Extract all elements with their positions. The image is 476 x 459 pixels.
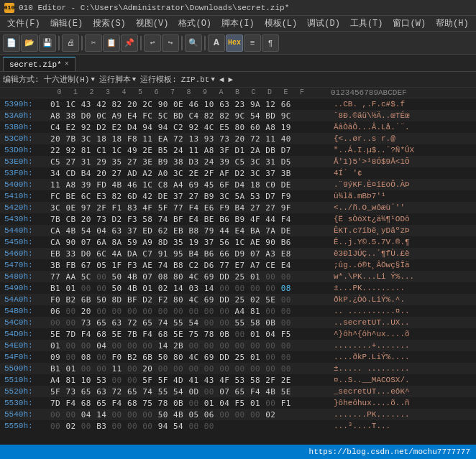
table-row[interactable]: 5500h: B1 01 00 00 11 00 20 00 00 00 00 …: [0, 363, 476, 374]
table-row[interactable]: 5450h: CA 90 07 6A 8A 59 A9 8D 35 19 37 …: [0, 236, 476, 248]
table-row[interactable]: 5430h: 7B CB 20 73 D2 F3 58 74 BF E4 BE …: [0, 213, 476, 225]
hex-byte: 73: [81, 318, 96, 328]
hex-byte: DB: [265, 146, 280, 155]
menu-item-e[interactable]: 编辑(E): [46, 17, 88, 30]
table-row[interactable]: 5460h: EB 33 D0 6C 4A DA C7 91 95 B4 B6 …: [0, 248, 476, 259]
tab-close-button[interactable]: ×: [65, 60, 69, 68]
row-hex-values: A4 81 10 53 00 00 5F 5F 4D 41 43 4F 53 5…: [50, 376, 331, 385]
table-row[interactable]: 54F0h: 09 00 08 00 F0 B2 6B 50 80 4C 69 …: [0, 351, 476, 363]
hex-byte: B9: [204, 192, 219, 201]
table-row[interactable]: 5390h: 01 1C 43 42 82 20 2C 90 0E 46 10 …: [0, 98, 476, 110]
hex-byte: B1: [50, 364, 65, 374]
hex-byte: 00: [50, 422, 65, 431]
hex-byte: 4C: [188, 272, 203, 282]
table-row[interactable]: 5410h: FC BE 6C E3 82 6D 42 DE 37 27 B9 …: [0, 190, 476, 202]
copy-button[interactable]: 📋: [103, 34, 120, 52]
menu-item-l[interactable]: 模板(L): [260, 17, 302, 30]
table-row[interactable]: 53A0h: A8 38 D0 0C A9 E4 FC 5C BD C4 82 …: [0, 110, 476, 121]
template-next-button[interactable]: ▶: [228, 75, 233, 84]
save-button[interactable]: 💾: [39, 34, 56, 52]
window-title: 010 Editor - C:\Users\Administrator\Down…: [19, 4, 289, 12]
table-row[interactable]: 5440h: CA 4B 54 04 63 37 ED 62 EB B8 79 …: [0, 225, 476, 236]
menu-item-f[interactable]: 文件(F): [3, 17, 45, 30]
hex-byte: 00: [81, 341, 96, 351]
table-row[interactable]: 54E0h: 01 00 00 04 00 00 00 14 2B 00 00 …: [0, 340, 476, 351]
menu-item-v[interactable]: 视图(V): [132, 17, 173, 30]
table-row[interactable]: 53D0h: 22 92 81 C1 1C 49 2E B5 24 11 A8 …: [0, 144, 476, 156]
menu-item-d[interactable]: 调试(D): [303, 17, 344, 30]
cut-button[interactable]: ✂: [85, 34, 102, 52]
print-button[interactable]: 🖨: [62, 34, 79, 52]
hex-byte: 0C: [96, 111, 111, 121]
hex-byte: 00: [65, 318, 81, 328]
hex-byte: EB: [173, 226, 188, 236]
hex-byte: 00: [96, 364, 111, 374]
table-row[interactable]: 5490h: B1 01 00 00 50 4B 01 02 14 03 14 …: [0, 282, 476, 294]
hex-byte: 05: [96, 261, 111, 270]
table-row[interactable]: 53F0h: 34 CD B4 20 27 AD A2 A0 3C 2E 2F …: [0, 167, 476, 179]
open-button[interactable]: 📂: [21, 34, 38, 52]
row-hex-values: B1 01 00 00 50 4B 01 02 14 03 14 00 00 0…: [50, 284, 331, 293]
undo-button[interactable]: ↩: [144, 34, 161, 52]
table-row[interactable]: 53B0h: C4 E2 92 D2 E2 D4 94 94 C2 92 4C …: [0, 121, 476, 133]
template-prev-button[interactable]: ◀: [219, 75, 224, 84]
redo-button[interactable]: ↪: [162, 34, 179, 52]
format-dropdown[interactable]: 十六进制(H) ▼: [44, 74, 95, 85]
table-row[interactable]: 5540h: 00 00 04 14 00 00 00 50 4B 05 06 …: [0, 409, 476, 420]
table-row[interactable]: 54C0h: 00 00 73 65 63 72 65 74 55 54 00 …: [0, 317, 476, 328]
hex-byte: F9: [219, 203, 234, 213]
toolbar-separator-5: [204, 36, 206, 50]
table-row[interactable]: 54B0h: 06 00 20 00 00 00 00 00 00 00 00 …: [0, 305, 476, 317]
table-row[interactable]: 5400h: 11 A8 39 FD 4B 46 1C C8 A4 69 45 …: [0, 179, 476, 190]
menu-item-i[interactable]: 脚本(I): [217, 17, 259, 30]
hex-byte: 9C: [281, 111, 291, 121]
menu-item-w[interactable]: 窗口(W): [388, 17, 430, 30]
app-icon: 010: [4, 3, 14, 13]
hex-byte: 3E: [142, 157, 157, 167]
menu-item-h[interactable]: 帮助(H): [431, 17, 473, 30]
row-ascii-values: Å'1)5'>¹8Ó$9Å<1Õ: [331, 157, 476, 166]
table-row[interactable]: 5550h: 00 02 00 B3 00 00 00 94 54 00 00 …: [0, 420, 476, 432]
table-row[interactable]: 54D0h: 5E 7D F4 68 5E 7B F4 68 5E 75 78 …: [0, 328, 476, 340]
table-row[interactable]: 53E0h: C5 27 31 29 35 27 3E B9 38 D3 24 …: [0, 156, 476, 167]
table-row[interactable]: 53C0h: 20 7B 3C 18 18 F8 11 EA 72 13 93 …: [0, 133, 476, 144]
inspector-button[interactable]: ≡: [244, 34, 261, 52]
table-row[interactable]: 5510h: A4 81 10 53 00 00 5F 5F 4D 41 43 …: [0, 374, 476, 386]
row-hex-values: 20 7B 3C 18 18 F8 11 EA 72 13 93 73 20 7…: [50, 134, 331, 144]
table-row[interactable]: 54A0h: F0 B2 6B 50 8D BF D2 F2 80 4C 69 …: [0, 294, 476, 305]
hex-byte: 20: [235, 134, 250, 144]
hex-byte: 27: [265, 203, 280, 213]
new-button[interactable]: 📄: [3, 34, 20, 52]
file-tab[interactable]: secret.zip* ×: [3, 57, 75, 71]
hex-byte: 00: [281, 307, 291, 316]
hex-byte: 00: [173, 307, 188, 316]
run-script-dropdown[interactable]: 运行脚本 ▼: [99, 74, 136, 85]
status-url: https://blog.csdn.net/mochu7777777: [309, 448, 470, 456]
menu-item-t[interactable]: 工具(T): [346, 17, 388, 30]
hex-byte: D3: [188, 157, 203, 167]
hex-byte: 12: [265, 100, 280, 109]
row-address: 5500h:: [0, 364, 50, 373]
template-dropdown[interactable]: ZIP.bt ▼: [181, 75, 215, 84]
menu-item-o[interactable]: 格式(O): [174, 17, 216, 30]
font-button[interactable]: A: [208, 34, 225, 52]
table-row[interactable]: 5470h: 3B FB 67 05 1F F3 AE 74 B8 C2 D6 …: [0, 259, 476, 271]
table-row[interactable]: 5520h: 5F 73 65 63 72 65 74 55 54 0D 00 …: [0, 386, 476, 397]
hex-byte: 53: [235, 376, 250, 385]
hex-view-button[interactable]: Hex: [226, 34, 243, 52]
table-row[interactable]: 5420h: 3C 0E 97 2F F1 83 4F 5F 77 F4 E6 …: [0, 202, 476, 213]
hex-byte: 04: [265, 330, 280, 339]
paste-button[interactable]: 📌: [121, 34, 138, 52]
table-row[interactable]: 5480h: 77 AA 5C 00 50 4B 07 08 80 4C 69 …: [0, 271, 476, 282]
hex-byte: FC: [50, 192, 65, 201]
hex-byte: 00: [65, 410, 81, 419]
table-row[interactable]: 5530h: 7D F4 68 65 F4 68 75 78 0B 00 01 …: [0, 397, 476, 409]
menu-item-s[interactable]: 搜索(S): [88, 17, 130, 30]
whitespace-button[interactable]: ¶: [262, 34, 279, 52]
hex-byte: 3B: [50, 261, 65, 270]
row-address: 54E0h:: [0, 341, 50, 350]
row-hex-values: 77 AA 5C 00 50 4B 07 08 80 4C 69 DD 25 0…: [50, 272, 331, 282]
find-button[interactable]: 🔍: [185, 34, 202, 52]
row-ascii-values: <../ñ.O_wôæù´'': [331, 203, 476, 212]
row-hex-values: 7B CB 20 73 D2 F3 58 74 BF E4 BE B6 B9 4…: [50, 215, 331, 224]
